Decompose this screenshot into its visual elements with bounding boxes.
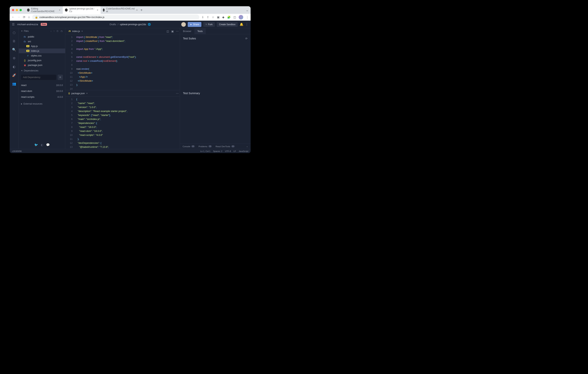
install-icon[interactable]: ⇩ xyxy=(201,16,204,19)
folder-icon: 🗀 xyxy=(23,35,26,38)
tab-browser[interactable]: Browser xyxy=(180,28,194,34)
live-icon[interactable]: 👥 xyxy=(12,82,16,86)
refresh-icon[interactable]: ⟳ xyxy=(245,37,248,40)
new-tab-button[interactable]: + xyxy=(138,8,145,12)
folder-src[interactable]: 🗀src xyxy=(19,39,65,44)
home-icon[interactable]: ⌂ xyxy=(28,15,30,19)
browser-tab-1[interactable]: ▢upbeat-jennings-goc2ds - Co× xyxy=(63,6,101,14)
more-icon[interactable]: ⋯ xyxy=(176,30,179,33)
editor-tab-index[interactable]: JSindex.js× xyxy=(66,29,85,34)
dep-react-scripts[interactable]: react-scripts4.0.0 xyxy=(21,94,63,100)
indent-setting[interactable]: Spaces: 2 xyxy=(213,150,222,152)
bell-icon[interactable]: 🔔 xyxy=(240,22,243,26)
close-icon[interactable]: × xyxy=(86,92,88,95)
deps-label: Dependencies xyxy=(24,69,38,72)
back-icon[interactable]: ← xyxy=(11,15,15,19)
panel-icon[interactable]: ▣ xyxy=(171,30,174,33)
language-mode[interactable]: JavaScript xyxy=(239,150,248,152)
file-styles-css[interactable]: #styles.css xyxy=(19,53,65,58)
dep-react[interactable]: react18.0.0 xyxy=(21,82,63,88)
new-folder-icon[interactable]: 🗀 xyxy=(61,30,63,32)
test-summary-label: Test Summary xyxy=(183,92,200,95)
menu-icon[interactable]: ⋮ xyxy=(246,16,249,19)
eol[interactable]: LF xyxy=(234,150,236,152)
new-file-icon[interactable]: 🗋 xyxy=(56,30,59,32)
file-jsconfig[interactable]: {}jsconfig.json xyxy=(19,58,65,63)
extensions-icon[interactable]: 🧩 xyxy=(227,16,231,19)
code-area[interactable]: { "name": "react", "version": "1.0.0", "… xyxy=(75,96,180,149)
code-area[interactable]: import { StrictMode } from "react";impor… xyxy=(75,34,180,90)
upload-icon[interactable]: ↑ xyxy=(53,30,54,32)
bookmark-icon[interactable]: ☆ xyxy=(212,16,214,19)
settings-icon[interactable]: ⚙ xyxy=(13,56,16,60)
minimize-window-icon[interactable] xyxy=(16,9,18,11)
sidepanel-icon[interactable]: ◫ xyxy=(233,16,236,19)
globe-icon[interactable]: 🌐 xyxy=(148,23,151,26)
browser-tab-0[interactable]: ◐Editing CodeSandbx/README× xyxy=(25,6,63,14)
test-summary-header: Test Summary xyxy=(180,89,251,97)
file-index-js[interactable]: JSindex.js xyxy=(19,49,65,53)
deploy-icon[interactable]: 🚀 xyxy=(12,73,16,77)
close-icon[interactable]: × xyxy=(82,30,83,32)
split-icon[interactable]: ◫ xyxy=(167,30,169,33)
problems-tab[interactable]: Problems0 xyxy=(199,145,212,148)
code-editor-top[interactable]: 1234567891011121314 import { StrictMode … xyxy=(65,34,180,90)
forward-icon[interactable]: → xyxy=(17,15,20,19)
code-editor-bottom[interactable]: 1234567891011121314 { "name": "react", "… xyxy=(65,96,180,149)
sandbox-icon[interactable]: ⬡ xyxy=(13,31,16,35)
files-section-header[interactable]: ▼ Files ↓ ↑ 🗋 🗀 xyxy=(19,28,65,34)
more-icon[interactable]: ⋯ xyxy=(176,92,179,95)
fork-button[interactable]: ⑂Fork xyxy=(203,22,215,27)
close-tab-icon[interactable]: × xyxy=(136,9,138,11)
devtools-tab[interactable]: React DevTools0 xyxy=(216,145,235,148)
crumb-project[interactable]: upbeat-jennings-goc2ds xyxy=(120,23,146,26)
encoding[interactable]: UTF-8 xyxy=(225,150,231,152)
file-package-json[interactable]: ▣package.json xyxy=(19,63,65,67)
gutter: 1234567891011121314 xyxy=(65,96,75,149)
download-icon[interactable]: ↓ xyxy=(50,30,52,32)
file-icon[interactable]: 🗎 xyxy=(12,39,16,43)
discord-icon[interactable]: 💬 xyxy=(46,143,50,147)
share-icon[interactable]: ⇧ xyxy=(207,16,209,19)
tab-tests[interactable]: Tests xyxy=(194,28,206,34)
github-icon[interactable]: ◐ xyxy=(13,65,16,69)
close-tab-icon[interactable]: × xyxy=(97,9,98,11)
file-app-js[interactable]: JSApp.js xyxy=(19,44,65,49)
username[interactable]: michael-andreuzza xyxy=(17,23,38,26)
collapse-icon[interactable]: ⌄ xyxy=(246,145,248,148)
editor-tab-package[interactable]: {}package.json× xyxy=(66,91,90,96)
tabs-overflow-icon[interactable]: ⌄ xyxy=(246,8,248,12)
cast-icon[interactable]: ▣ xyxy=(217,16,220,19)
deps-menu-button[interactable]: ≡ xyxy=(58,75,63,80)
more-icon[interactable]: ⋮ xyxy=(245,22,248,26)
plan-badge: Free xyxy=(41,23,47,26)
share-button[interactable]: ➤Share xyxy=(188,22,201,27)
user-avatar[interactable] xyxy=(181,22,186,27)
create-sandbox-button[interactable]: Create Sandbox xyxy=(217,22,238,27)
deps-section-header[interactable]: ▼ Dependencies xyxy=(19,68,65,74)
maximize-window-icon[interactable] xyxy=(20,9,22,11)
add-dependency-input[interactable] xyxy=(21,75,56,80)
github-icon[interactable]: ◐ xyxy=(41,143,43,147)
crumb-drafts[interactable]: Drafts xyxy=(109,23,116,26)
console-tab[interactable]: Console0 xyxy=(183,145,195,148)
extension-icon[interactable]: ◆ xyxy=(222,16,224,19)
browser-tab-2[interactable]: ◐CodeSandbox/README.md at× xyxy=(101,6,138,14)
browser-tab-bar: ◐Editing CodeSandbx/README× ▢upbeat-jenn… xyxy=(10,6,251,14)
folder-public[interactable]: 🗀public xyxy=(19,34,65,39)
address-bar[interactable]: 🔒 codesandbox.io/s/upbeat-jennings-goc2d… xyxy=(32,15,199,20)
close-window-icon[interactable] xyxy=(12,9,14,11)
cursor-position[interactable]: Ln 1, Col 1 xyxy=(200,150,210,152)
profile-avatar[interactable] xyxy=(239,15,243,20)
url-text: codesandbox.io/s/upbeat-jennings-goc2ds?… xyxy=(39,16,105,19)
search-icon[interactable]: 🔍 xyxy=(12,48,16,52)
json-icon: {} xyxy=(23,59,26,62)
twitter-icon[interactable]: 🐦 xyxy=(34,143,38,147)
reload-icon[interactable]: ⟳ xyxy=(23,15,25,19)
close-tab-icon[interactable]: × xyxy=(59,9,60,11)
menu-icon[interactable]: ☰ xyxy=(12,22,15,26)
external-section-header[interactable]: ▶ External resources xyxy=(19,101,65,107)
commit-hash[interactable]: c26305f96 xyxy=(12,150,21,152)
github-icon: ◐ xyxy=(103,9,105,11)
dep-react-dom[interactable]: react-dom18.0.0 xyxy=(21,88,63,94)
